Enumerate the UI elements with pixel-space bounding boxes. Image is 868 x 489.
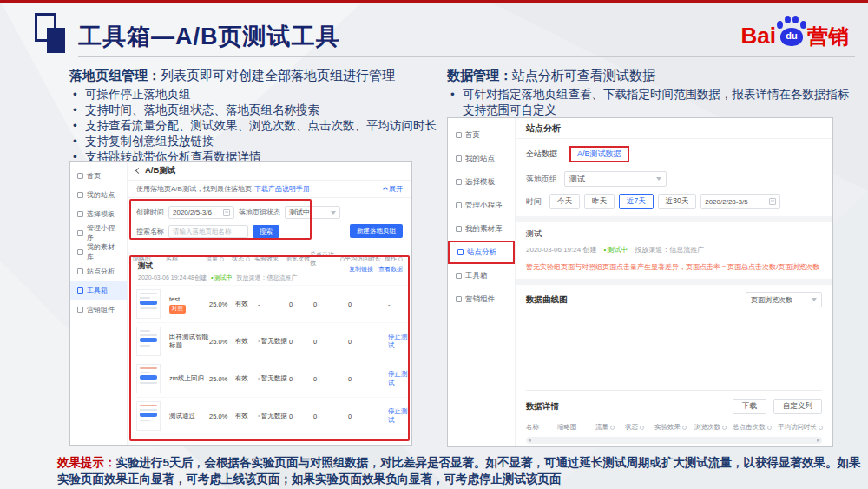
effect-cell: 暂无数据 <box>258 337 289 346</box>
slide-title: 工具箱—A/B页测试工具 <box>78 21 340 52</box>
section-divider <box>516 279 832 285</box>
view-data-button[interactable]: 查看数据 <box>378 265 403 274</box>
download-manual-link[interactable]: 下载产品说明手册 <box>254 184 310 194</box>
horizontal-scrollbar[interactable] <box>526 437 822 444</box>
traffic-cell: 25.0% <box>209 413 235 420</box>
search-button[interactable]: 搜索 <box>253 225 279 238</box>
sidebar-item-toolbox[interactable]: 工具箱 <box>70 281 127 300</box>
column-header: 实验效果 <box>654 423 694 432</box>
sidebar-item-mini-program[interactable]: 管理小程序 <box>448 194 515 217</box>
sidebar-item-templates[interactable]: 选择模板 <box>448 170 515 194</box>
column-header: 状态 <box>625 423 654 432</box>
clicks-cell: 0 <box>313 413 348 420</box>
detail-header: 数据详情 下载 自定义列 <box>516 391 832 420</box>
views-cell: 0 <box>289 375 313 383</box>
info-icon <box>640 426 644 430</box>
sidebar-item-toolbox[interactable]: 工具箱 <box>448 264 515 287</box>
custom-columns-button[interactable]: 自定义列 <box>773 399 822 414</box>
info-icon <box>682 426 687 430</box>
page-thumbnail <box>136 439 161 441</box>
component-icon <box>77 307 83 313</box>
left-description-block: 落地页组管理：列表页即可对创建全部落地页组进行管理 可操作停止落地页组 支持时间… <box>69 68 456 165</box>
row-name-cell: zm线上回归 <box>169 374 209 383</box>
copy-link-button[interactable]: 复制链接 <box>349 265 373 274</box>
group-select[interactable]: 测试 <box>564 171 667 187</box>
duration-cell: 0 <box>348 413 388 420</box>
scroll-left-icon[interactable] <box>528 439 531 442</box>
table-row: 田祥测试智能标题 25.0% 有效 暂无数据 0 0 0 停止测试 <box>135 322 408 360</box>
title-square-fill-icon <box>47 28 65 53</box>
sidebar-item-site-analysis[interactable]: 站点分析 <box>70 261 127 281</box>
left-heading-bold: 落地页组管理： <box>69 68 161 83</box>
library-icon <box>456 226 462 232</box>
detail-buttons: 下载 自定义列 <box>733 399 822 414</box>
table-row: test对照 25.0% 有效 - 0 0 0 - <box>135 285 408 322</box>
sidebar-item-label: 我的素材库 <box>465 224 503 235</box>
sidebar-item-my-sites[interactable]: 我的站点 <box>70 185 127 204</box>
sidebar-item-label: 我的站点 <box>465 154 495 164</box>
sidebar-item-label: 工具箱 <box>465 271 488 281</box>
search-input[interactable] <box>168 225 248 238</box>
time-filter-row: 时间 今天 昨天 近7天 近30天 2020/2/28-3/5 <box>516 190 832 216</box>
sidebar-item-assets[interactable]: 我的素材库 <box>70 242 127 261</box>
stop-test-button[interactable]: 停止测试 <box>388 333 408 350</box>
stop-test-button[interactable]: 停止测试 <box>388 370 408 387</box>
clicks-cell: 0 <box>313 301 348 308</box>
page-thumbnail <box>136 401 161 431</box>
sidebar-item-site-analysis[interactable]: 站点分析 <box>448 241 515 264</box>
chart-metric-value: 页面浏览次数 <box>751 295 792 305</box>
group-meta: 2020-03-06 19:24:48创建 测试中 投放渠道：信息流推广 <box>138 274 404 282</box>
home-icon <box>456 132 462 138</box>
tab-ab-test-data[interactable]: A/B测试数据 <box>569 146 629 162</box>
sidebar-item-marketing-components[interactable]: 营销组件 <box>70 300 127 319</box>
template-icon <box>77 211 83 217</box>
time-option-today[interactable]: 今天 <box>549 194 580 209</box>
expand-toggle[interactable]: 展开 <box>384 184 403 194</box>
sidebar-item-home[interactable]: 首页 <box>448 123 515 147</box>
time-option-7days[interactable]: 近7天 <box>619 194 654 209</box>
page-thumbnail <box>136 327 161 356</box>
sidebar-item-home[interactable]: 首页 <box>70 166 127 185</box>
sidebar-item-marketing-components[interactable]: 营销组件 <box>448 287 515 311</box>
views-cell: 0 <box>289 301 313 308</box>
column-header: 缩略图 <box>557 423 595 432</box>
slide: 工具箱—A/B页测试工具 Bai du 营销 落地页组管理：列表页即可对创建全部… <box>0 0 868 489</box>
chart-metric-select[interactable]: 页面浏览次数 <box>746 292 822 307</box>
ab-test-title: A/B测试 <box>145 165 175 176</box>
left-bullet-list: 可操作停止落地页组 支持时间、落地页组状态、落地页组名称搜索 支持查看流量分配、… <box>69 87 456 165</box>
section-name: 测试 <box>526 228 822 240</box>
row-name-cell: 测试通过 <box>169 412 209 420</box>
date-range-picker[interactable]: 2020/2/28-3/5 <box>700 194 780 209</box>
left-description-heading: 落地页组管理：列表页即可对创建全部落地页组进行管理 <box>69 68 456 84</box>
tab-all-site-data[interactable]: 全站数据 <box>526 149 557 160</box>
table-row: zm线上回归 25.0% 有效 暂无数据 0 0 0 停止测试 <box>135 360 408 397</box>
status-select[interactable]: 测试中 <box>285 206 340 219</box>
views-cell: 0 <box>289 413 313 420</box>
column-header: 总点击次数 <box>733 423 778 432</box>
chart-empty-area <box>526 311 822 391</box>
right-description-heading: 数据管理：站点分析可查看测试数据 <box>447 68 857 84</box>
right-heading-bold: 数据管理： <box>447 68 512 83</box>
site-analysis-screenshot: 首页 我的站点 选择模板 管理小程序 我的素材库 站点分析 工具箱 营销组件 站… <box>447 117 833 447</box>
sidebar-item-my-sites[interactable]: 我的站点 <box>448 147 515 170</box>
back-icon[interactable] <box>135 168 141 174</box>
intro-row: 使用落地页A/B测试，找到最佳落地页 下载产品说明手册 展开 <box>128 181 411 198</box>
time-option-30days[interactable]: 近30天 <box>658 194 696 209</box>
stop-test-button[interactable]: 停止测试 <box>388 407 408 425</box>
gear-icon <box>77 230 83 236</box>
column-header: 浏览次数 <box>694 423 733 432</box>
download-button[interactable]: 下载 <box>733 399 766 414</box>
new-group-button[interactable]: 新建落地页组 <box>350 224 403 238</box>
control-badge: 对照 <box>169 305 186 314</box>
sidebar-item-templates[interactable]: 选择模板 <box>70 204 127 223</box>
time-option-yesterday[interactable]: 昨天 <box>584 194 615 209</box>
sidebar-item-label: 选择模板 <box>465 177 495 188</box>
chevron-down-icon <box>331 211 336 215</box>
sidebar-item-mini-program[interactable]: 管理小程序 <box>70 223 127 242</box>
site-icon <box>456 155 462 162</box>
sidebar-item-assets[interactable]: 我的素材库 <box>448 217 515 241</box>
bullet-item: 支持时间、落地页组状态、落地页组名称搜索 <box>69 102 456 118</box>
scroll-right-icon[interactable] <box>817 439 820 442</box>
column-header: 平均访问时长 <box>778 423 824 432</box>
date-range-picker[interactable]: 2020/2/5-3/6 <box>168 206 234 219</box>
